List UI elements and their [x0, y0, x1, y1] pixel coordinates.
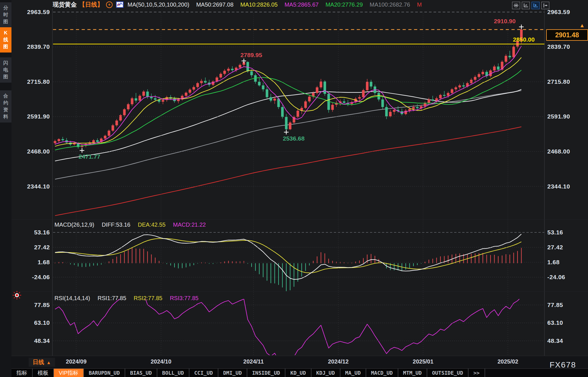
price-annotation: 2789.95: [240, 52, 262, 59]
alert-line-label: 2850.00: [513, 36, 535, 43]
indicator-tab-dmi_ud[interactable]: DMI_UD: [218, 369, 247, 377]
period-selector[interactable]: 日线▲: [29, 358, 55, 367]
axis-label-left: 2839.70: [10, 43, 50, 50]
date-axis: 日线▲ 2024/092024/102024/112024/122025/012…: [11, 356, 588, 369]
indicator-tab-kdj_ud[interactable]: KDJ_UD: [311, 369, 340, 377]
sidebar-item-2[interactable]: K线图: [0, 27, 11, 53]
indicator-tab-kd_ud[interactable]: KD_UD: [285, 369, 311, 377]
indicator-tab-vip[interactable]: VIP指标: [54, 369, 84, 377]
rsi-label-row: RSI(14,14,14) RSI1:77.85 RSI2:77.85 RSI3…: [54, 295, 206, 302]
axis-auto-icon[interactable]: [532, 2, 540, 9]
price-arrow-icon: ▲: [579, 22, 585, 29]
axis-scale-icon[interactable]: [522, 2, 530, 9]
indicator-tab-cci_ud[interactable]: CCI_UD: [189, 369, 218, 377]
date-label: 2024/10: [141, 358, 181, 365]
indicator-tab-ma_ud[interactable]: MA_UD: [340, 369, 366, 377]
ma-value: MA100:2682.76: [370, 1, 410, 8]
rsi2-value: RSI2:77.85: [134, 295, 162, 302]
axis-label-left: -24.06: [10, 274, 50, 281]
indicator-tab-[interactable]: 模板: [33, 369, 54, 377]
indicator-tab-macd_ud[interactable]: MACD_UD: [366, 369, 398, 377]
ma-value: MA5:2865.67: [285, 1, 319, 8]
axis-label-right: 63.10: [547, 319, 587, 326]
sidebar-item-4[interactable]: 合约资料: [0, 90, 11, 123]
indicator-tab-[interactable]: >>: [469, 369, 485, 377]
mini-chart-icon[interactable]: [116, 1, 124, 8]
axis-label-right: 1.68: [547, 259, 587, 266]
axis-label-right: 2591.90: [547, 113, 587, 120]
indicator-tab-inside_ud[interactable]: INSIDE_UD: [247, 369, 286, 377]
live-indicator-icon: [13, 291, 21, 300]
move-icon[interactable]: [512, 2, 520, 9]
axis-label-left: 2963.59: [10, 9, 50, 15]
date-label: 2024/09: [56, 358, 96, 365]
indicator-tab-boll_ud[interactable]: BOLL_UD: [157, 369, 189, 377]
indicator-tab-[interactable]: 指标: [11, 369, 33, 377]
chart-toolbar: [512, 2, 549, 9]
axis-label-left: 2591.90: [10, 113, 50, 120]
price-annotation: 2536.68: [283, 135, 305, 142]
price-annotation: 2471.77: [79, 153, 100, 160]
axis-label-right: 27.42: [547, 244, 587, 251]
axis-shift-icon[interactable]: [541, 2, 549, 9]
trading-app: 分时图K线图闪电图合约资料 现货黄金 【日线】 + MA(50,10,5,20,…: [0, 0, 588, 377]
rsi1-value: RSI1:77.85: [98, 295, 126, 302]
indicator-tab-mtm_ud[interactable]: MTM_UD: [398, 369, 427, 377]
ma-value: MA10:2826.05: [240, 1, 278, 8]
ma-values: MA50:2697.08MA10:2826.05MA5:2865.67MA20:…: [189, 1, 422, 8]
macd-diff-value: DIFF:53.16: [102, 221, 130, 228]
axis-label-right: 2468.00: [547, 148, 587, 155]
axis-label-left: 1.68: [10, 259, 50, 266]
axis-label-left: 2715.80: [10, 78, 50, 85]
axis-label-right: 2839.70: [547, 43, 587, 50]
rsi3-value: RSI3:77.85: [170, 295, 199, 302]
ma-value: M: [417, 1, 422, 8]
axis-label-left: 77.85: [10, 302, 50, 308]
period-up-arrow-icon: ▲: [46, 360, 51, 365]
add-overlay-icon[interactable]: +: [106, 1, 113, 8]
period-tag: 【日线】: [79, 1, 103, 9]
axis-label-left: 63.10: [10, 319, 50, 326]
axis-label-left: 27.42: [10, 244, 50, 251]
date-label: 2024/12: [318, 358, 358, 365]
ma-value: MA20:2776.29: [326, 1, 363, 8]
indicator-tab-bar: 指标模板VIP指标BARUPDN_UDBIAS_UDBOLL_UDCCI_UDD…: [11, 368, 588, 377]
macd-label-row: MACD(26,12,9) DIFF:53.16 DEA:42.55 MACD:…: [54, 221, 213, 228]
axis-label-left: 2344.10: [10, 183, 50, 190]
ma-value: MA50:2697.08: [196, 1, 234, 8]
sidebar-item-1[interactable]: 分时图: [0, 2, 11, 28]
axis-label-right: 77.85: [547, 302, 587, 308]
sidebar: 分时图K线图闪电图合约资料: [0, 0, 11, 377]
rsi-title: RSI(14,14,14): [54, 295, 90, 302]
indicator-tab-outside_ud[interactable]: OUTSIDE_UD: [427, 369, 469, 377]
date-label: 2025/01: [403, 358, 443, 365]
axis-label-left: 2468.00: [10, 148, 50, 155]
axis-label-right: 53.16: [547, 229, 587, 236]
axis-label-right: 2715.80: [547, 78, 587, 85]
indicator-tab-bias_ud[interactable]: BIAS_UD: [125, 369, 157, 377]
candlestick-chart[interactable]: [0, 0, 588, 377]
axis-label-right: 2344.10: [547, 183, 587, 190]
date-label: 2024/11: [234, 358, 274, 365]
sidebar-item-3[interactable]: 闪电图: [0, 57, 11, 83]
axis-label-left: 48.34: [10, 337, 50, 344]
macd-title: MACD(26,12,9): [54, 221, 94, 228]
watermark: FX678: [550, 360, 576, 370]
axis-label-right: 48.34: [547, 337, 587, 344]
axis-label-right: -24.06: [547, 274, 587, 281]
period-selector-label: 日线: [33, 359, 44, 365]
indicator-tab-barupdn_ud[interactable]: BARUPDN_UD: [84, 369, 125, 377]
macd-macd-value: MACD:21.22: [173, 221, 206, 228]
price-annotation: 2910.90: [494, 18, 516, 25]
macd-dea-value: DEA:42.55: [138, 221, 166, 228]
chart-header: 现货黄金 【日线】 + MA(50,10,5,20,100,200) MA50:…: [53, 1, 422, 8]
axis-label-left: 53.16: [10, 229, 50, 236]
current-price-tag: 2901.48: [546, 29, 588, 41]
symbol-name: 现货黄金: [53, 1, 77, 9]
axis-label-right: 2963.59: [547, 9, 587, 15]
date-label: 2025/02: [488, 358, 528, 365]
ma-config-label: MA(50,10,5,20,100,200): [128, 1, 189, 8]
